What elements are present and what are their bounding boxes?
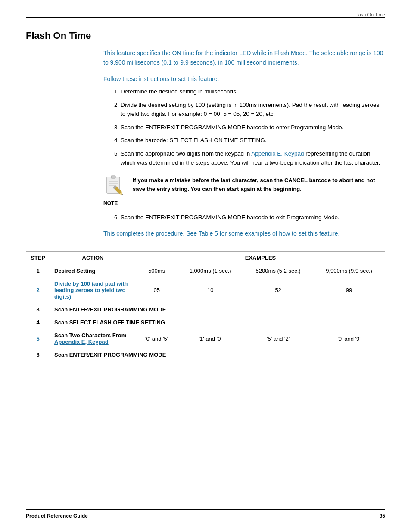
data-cell: '1' and '0' — [177, 329, 243, 348]
table-row: 1 Desired Setting 500ms 1,000ms (1 sec.)… — [26, 264, 385, 277]
step-number: 3 — [26, 303, 50, 316]
table-header-examples: EXAMPLES — [136, 252, 385, 264]
note-text: If you make a mistake before the last ch… — [133, 174, 385, 193]
footer-left: Product Reference Guide — [26, 513, 88, 519]
table-header-action: ACTION — [50, 252, 136, 264]
table-header-step: STEP — [26, 252, 50, 264]
intro-paragraph: This feature specifies the ON time for t… — [103, 48, 385, 68]
step-number: 6 — [26, 348, 50, 361]
step-number: 1 — [26, 264, 50, 277]
note-inner: If you make a mistake before the last ch… — [103, 174, 385, 197]
table-row: 3 Scan ENTER/EXIT PROGRAMMING MODE — [26, 303, 385, 316]
examples-table: STEP ACTION EXAMPLES 1 Desired Setting 5… — [26, 251, 385, 361]
action-cell: Divide by 100 (and pad with leading zero… — [50, 277, 136, 303]
step-number: 2 — [26, 277, 50, 303]
step-number: 5 — [26, 329, 50, 348]
top-rule — [26, 17, 385, 18]
table-row: 4 Scan SELECT FLASH OFF TIME SETTING — [26, 316, 385, 329]
data-cell: 52 — [243, 277, 313, 303]
steps-list-6: Scan the ENTER/EXIT PROGRAMMING MODE bar… — [116, 213, 385, 222]
data-cell: '5' and '2' — [243, 329, 313, 348]
appendix-e-link-step5[interactable]: Appendix E, Keypad — [251, 150, 304, 157]
table-row: 5 Scan Two Characters FromAppendix E, Ke… — [26, 329, 385, 348]
list-item: Divide the desired setting by 100 (setti… — [121, 101, 385, 119]
table-row: 2 Divide by 100 (and pad with leading ze… — [26, 277, 385, 303]
list-item: Scan the appropriate two digits from the… — [121, 149, 385, 168]
action-cell: Scan Two Characters FromAppendix E, Keyp… — [50, 329, 136, 348]
data-cell: '0' and '5' — [136, 329, 177, 348]
page-title: Flash On Time — [26, 30, 385, 41]
data-cell: 05 — [136, 277, 177, 303]
list-item: Scan the ENTER/EXIT PROGRAMMING MODE bar… — [121, 123, 385, 132]
note-icon — [103, 174, 126, 197]
svg-line-8 — [122, 194, 122, 195]
action-cell: Desired Setting — [50, 264, 136, 277]
header-section-title: Flash On Time — [354, 12, 385, 17]
list-item: Determine the desired setting in millise… — [121, 87, 385, 96]
data-cell: 500ms — [136, 264, 177, 277]
data-cell: 9,900ms (9.9 sec.) — [313, 264, 385, 277]
data-cell: '9' and '9' — [313, 329, 385, 348]
list-item: Scan the ENTER/EXIT PROGRAMMING MODE bar… — [121, 213, 385, 222]
appendix-e-link-table[interactable]: Appendix E, Keypad — [54, 339, 109, 345]
action-cell: Scan ENTER/EXIT PROGRAMMING MODE — [50, 348, 385, 361]
data-cell: 1,000ms (1 sec.) — [177, 264, 243, 277]
data-cell: 99 — [313, 277, 385, 303]
page: Flash On Time Flash On Time This feature… — [0, 0, 411, 532]
footer: Product Reference Guide 35 — [26, 509, 385, 519]
note-box: If you make a mistake before the last ch… — [103, 174, 385, 206]
note-label: NOTE — [103, 200, 118, 206]
table5-link[interactable]: Table 5 — [199, 230, 218, 237]
follow-text: Follow these instructions to set this fe… — [103, 75, 385, 82]
action-cell: Scan SELECT FLASH OFF TIME SETTING — [50, 316, 385, 329]
step-number: 4 — [26, 316, 50, 329]
svg-rect-4 — [111, 176, 115, 178]
footer-right: 35 — [380, 513, 385, 519]
data-cell: 10 — [177, 277, 243, 303]
steps-list: Determine the desired setting in millise… — [116, 87, 385, 168]
table-row: 6 Scan ENTER/EXIT PROGRAMMING MODE — [26, 348, 385, 361]
list-item: Scan the barcode: SELECT FLASH ON TIME S… — [121, 136, 385, 145]
data-cell: 5200ms (5.2 sec.) — [243, 264, 313, 277]
completion-text: This completes the procedure. See Table … — [103, 229, 385, 238]
action-cell: Scan ENTER/EXIT PROGRAMMING MODE — [50, 303, 385, 316]
